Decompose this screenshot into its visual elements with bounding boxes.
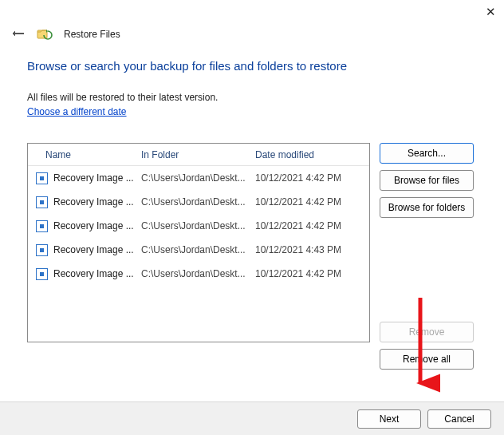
image-file-icon (36, 268, 48, 280)
file-date: 10/12/2021 4:42 PM (255, 196, 369, 208)
window-title: Restore Files (64, 29, 120, 40)
file-folder: C:\Users\Jordan\Deskt... (141, 220, 255, 231)
table-row[interactable]: Recovery Image ...C:\Users\Jordan\Deskt.… (28, 238, 369, 262)
window-header: 🠔 Restore Files (0, 0, 504, 42)
file-folder: C:\Users\Jordan\Deskt... (141, 172, 255, 184)
dialog-footer: Next Cancel (0, 401, 504, 435)
col-folder[interactable]: In Folder (141, 149, 255, 160)
search-button[interactable]: Search... (380, 143, 474, 164)
next-button[interactable]: Next (357, 409, 421, 429)
remove-all-button[interactable]: Remove all (380, 349, 474, 370)
col-name[interactable]: Name (36, 149, 141, 160)
table-row[interactable]: Recovery Image ...C:\Users\Jordan\Deskt.… (28, 190, 369, 214)
file-name: Recovery Image ... (53, 220, 134, 231)
browse-files-button[interactable]: Browse for files (380, 170, 474, 191)
file-name: Recovery Image ... (53, 196, 134, 208)
image-file-icon (36, 220, 48, 232)
file-date: 10/12/2021 4:42 PM (255, 268, 369, 279)
col-date[interactable]: Date modified (255, 149, 369, 160)
version-subtext: All files will be restored to their late… (27, 92, 477, 103)
table-row[interactable]: Recovery Image ...C:\Users\Jordan\Deskt.… (28, 166, 369, 190)
file-name: Recovery Image ... (53, 268, 134, 279)
back-arrow-icon[interactable]: 🠔 (11, 27, 26, 42)
list-header[interactable]: Name In Folder Date modified (28, 144, 369, 166)
table-row[interactable]: Recovery Image ...C:\Users\Jordan\Deskt.… (28, 214, 369, 238)
close-icon[interactable]: ✕ (486, 5, 496, 18)
browse-folders-button[interactable]: Browse for folders (380, 197, 474, 218)
image-file-icon (36, 244, 48, 256)
file-list[interactable]: Name In Folder Date modified Recovery Im… (27, 143, 370, 342)
image-file-icon (36, 172, 48, 184)
cancel-button[interactable]: Cancel (427, 409, 491, 429)
file-name: Recovery Image ... (53, 244, 134, 255)
remove-button: Remove (380, 322, 474, 342)
file-folder: C:\Users\Jordan\Deskt... (141, 244, 255, 255)
page-heading: Browse or search your backup for files a… (27, 59, 477, 73)
file-date: 10/12/2021 4:42 PM (255, 220, 369, 231)
restore-files-icon (37, 28, 53, 41)
file-folder: C:\Users\Jordan\Deskt... (141, 268, 255, 279)
file-date: 10/12/2021 4:43 PM (255, 244, 369, 255)
table-row[interactable]: Recovery Image ...C:\Users\Jordan\Deskt.… (28, 262, 369, 286)
file-date: 10/12/2021 4:42 PM (255, 172, 369, 184)
image-file-icon (36, 196, 48, 208)
file-name: Recovery Image ... (53, 172, 134, 184)
choose-different-date-link[interactable]: Choose a different date (27, 106, 127, 117)
file-folder: C:\Users\Jordan\Deskt... (141, 196, 255, 208)
